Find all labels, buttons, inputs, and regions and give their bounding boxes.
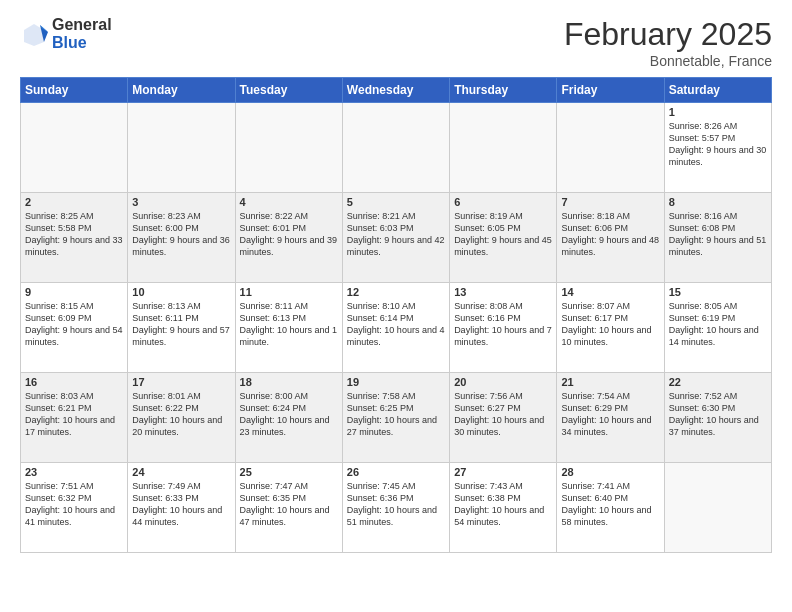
day-info: Sunrise: 7:49 AMSunset: 6:33 PMDaylight:… <box>132 480 230 529</box>
day-info: Sunrise: 8:26 AMSunset: 5:57 PMDaylight:… <box>669 120 767 169</box>
table-row: 8Sunrise: 8:16 AMSunset: 6:08 PMDaylight… <box>664 193 771 283</box>
day-number: 12 <box>347 286 445 298</box>
table-row: 18Sunrise: 8:00 AMSunset: 6:24 PMDayligh… <box>235 373 342 463</box>
day-number: 1 <box>669 106 767 118</box>
day-info: Sunrise: 8:07 AMSunset: 6:17 PMDaylight:… <box>561 300 659 349</box>
day-number: 14 <box>561 286 659 298</box>
table-row <box>128 103 235 193</box>
day-info: Sunrise: 8:08 AMSunset: 6:16 PMDaylight:… <box>454 300 552 349</box>
day-info: Sunrise: 8:16 AMSunset: 6:08 PMDaylight:… <box>669 210 767 259</box>
table-row: 16Sunrise: 8:03 AMSunset: 6:21 PMDayligh… <box>21 373 128 463</box>
day-info: Sunrise: 8:19 AMSunset: 6:05 PMDaylight:… <box>454 210 552 259</box>
location: Bonnetable, France <box>564 53 772 69</box>
month-title: February 2025 <box>564 16 772 53</box>
calendar-week-row: 9Sunrise: 8:15 AMSunset: 6:09 PMDaylight… <box>21 283 772 373</box>
day-number: 17 <box>132 376 230 388</box>
col-tuesday: Tuesday <box>235 78 342 103</box>
day-number: 20 <box>454 376 552 388</box>
calendar-header-row: Sunday Monday Tuesday Wednesday Thursday… <box>21 78 772 103</box>
table-row: 11Sunrise: 8:11 AMSunset: 6:13 PMDayligh… <box>235 283 342 373</box>
table-row: 12Sunrise: 8:10 AMSunset: 6:14 PMDayligh… <box>342 283 449 373</box>
logo-general-text: General <box>52 16 112 34</box>
day-number: 7 <box>561 196 659 208</box>
day-number: 21 <box>561 376 659 388</box>
calendar: Sunday Monday Tuesday Wednesday Thursday… <box>20 77 772 553</box>
day-info: Sunrise: 7:54 AMSunset: 6:29 PMDaylight:… <box>561 390 659 439</box>
table-row <box>450 103 557 193</box>
table-row <box>235 103 342 193</box>
table-row: 23Sunrise: 7:51 AMSunset: 6:32 PMDayligh… <box>21 463 128 553</box>
day-number: 24 <box>132 466 230 478</box>
table-row <box>557 103 664 193</box>
col-sunday: Sunday <box>21 78 128 103</box>
logo-text: General Blue <box>52 16 112 51</box>
table-row: 27Sunrise: 7:43 AMSunset: 6:38 PMDayligh… <box>450 463 557 553</box>
table-row: 20Sunrise: 7:56 AMSunset: 6:27 PMDayligh… <box>450 373 557 463</box>
day-number: 4 <box>240 196 338 208</box>
table-row <box>342 103 449 193</box>
table-row: 15Sunrise: 8:05 AMSunset: 6:19 PMDayligh… <box>664 283 771 373</box>
table-row: 19Sunrise: 7:58 AMSunset: 6:25 PMDayligh… <box>342 373 449 463</box>
day-info: Sunrise: 7:51 AMSunset: 6:32 PMDaylight:… <box>25 480 123 529</box>
day-number: 8 <box>669 196 767 208</box>
day-info: Sunrise: 8:01 AMSunset: 6:22 PMDaylight:… <box>132 390 230 439</box>
table-row: 10Sunrise: 8:13 AMSunset: 6:11 PMDayligh… <box>128 283 235 373</box>
day-number: 26 <box>347 466 445 478</box>
day-info: Sunrise: 7:47 AMSunset: 6:35 PMDaylight:… <box>240 480 338 529</box>
day-number: 25 <box>240 466 338 478</box>
table-row: 28Sunrise: 7:41 AMSunset: 6:40 PMDayligh… <box>557 463 664 553</box>
day-info: Sunrise: 8:10 AMSunset: 6:14 PMDaylight:… <box>347 300 445 349</box>
table-row: 9Sunrise: 8:15 AMSunset: 6:09 PMDaylight… <box>21 283 128 373</box>
table-row: 17Sunrise: 8:01 AMSunset: 6:22 PMDayligh… <box>128 373 235 463</box>
table-row: 6Sunrise: 8:19 AMSunset: 6:05 PMDaylight… <box>450 193 557 283</box>
table-row: 2Sunrise: 8:25 AMSunset: 5:58 PMDaylight… <box>21 193 128 283</box>
day-info: Sunrise: 8:22 AMSunset: 6:01 PMDaylight:… <box>240 210 338 259</box>
table-row: 22Sunrise: 7:52 AMSunset: 6:30 PMDayligh… <box>664 373 771 463</box>
table-row: 1Sunrise: 8:26 AMSunset: 5:57 PMDaylight… <box>664 103 771 193</box>
table-row <box>664 463 771 553</box>
col-monday: Monday <box>128 78 235 103</box>
day-number: 23 <box>25 466 123 478</box>
day-info: Sunrise: 8:21 AMSunset: 6:03 PMDaylight:… <box>347 210 445 259</box>
day-info: Sunrise: 8:13 AMSunset: 6:11 PMDaylight:… <box>132 300 230 349</box>
day-number: 3 <box>132 196 230 208</box>
day-number: 6 <box>454 196 552 208</box>
calendar-week-row: 16Sunrise: 8:03 AMSunset: 6:21 PMDayligh… <box>21 373 772 463</box>
day-info: Sunrise: 8:03 AMSunset: 6:21 PMDaylight:… <box>25 390 123 439</box>
day-info: Sunrise: 8:05 AMSunset: 6:19 PMDaylight:… <box>669 300 767 349</box>
day-number: 27 <box>454 466 552 478</box>
day-number: 28 <box>561 466 659 478</box>
table-row: 14Sunrise: 8:07 AMSunset: 6:17 PMDayligh… <box>557 283 664 373</box>
table-row: 25Sunrise: 7:47 AMSunset: 6:35 PMDayligh… <box>235 463 342 553</box>
day-number: 19 <box>347 376 445 388</box>
day-info: Sunrise: 8:23 AMSunset: 6:00 PMDaylight:… <box>132 210 230 259</box>
table-row: 5Sunrise: 8:21 AMSunset: 6:03 PMDaylight… <box>342 193 449 283</box>
day-number: 18 <box>240 376 338 388</box>
col-thursday: Thursday <box>450 78 557 103</box>
table-row: 21Sunrise: 7:54 AMSunset: 6:29 PMDayligh… <box>557 373 664 463</box>
day-number: 22 <box>669 376 767 388</box>
table-row: 7Sunrise: 8:18 AMSunset: 6:06 PMDaylight… <box>557 193 664 283</box>
day-number: 5 <box>347 196 445 208</box>
day-info: Sunrise: 7:43 AMSunset: 6:38 PMDaylight:… <box>454 480 552 529</box>
table-row: 3Sunrise: 8:23 AMSunset: 6:00 PMDaylight… <box>128 193 235 283</box>
col-friday: Friday <box>557 78 664 103</box>
day-number: 15 <box>669 286 767 298</box>
day-info: Sunrise: 7:41 AMSunset: 6:40 PMDaylight:… <box>561 480 659 529</box>
table-row: 13Sunrise: 8:08 AMSunset: 6:16 PMDayligh… <box>450 283 557 373</box>
day-info: Sunrise: 7:52 AMSunset: 6:30 PMDaylight:… <box>669 390 767 439</box>
day-number: 10 <box>132 286 230 298</box>
day-number: 11 <box>240 286 338 298</box>
calendar-week-row: 1Sunrise: 8:26 AMSunset: 5:57 PMDaylight… <box>21 103 772 193</box>
title-area: February 2025 Bonnetable, France <box>564 16 772 69</box>
day-info: Sunrise: 8:11 AMSunset: 6:13 PMDaylight:… <box>240 300 338 349</box>
calendar-week-row: 23Sunrise: 7:51 AMSunset: 6:32 PMDayligh… <box>21 463 772 553</box>
day-number: 2 <box>25 196 123 208</box>
table-row: 4Sunrise: 8:22 AMSunset: 6:01 PMDaylight… <box>235 193 342 283</box>
table-row: 24Sunrise: 7:49 AMSunset: 6:33 PMDayligh… <box>128 463 235 553</box>
logo-blue-text: Blue <box>52 34 112 52</box>
day-info: Sunrise: 8:25 AMSunset: 5:58 PMDaylight:… <box>25 210 123 259</box>
day-info: Sunrise: 8:15 AMSunset: 6:09 PMDaylight:… <box>25 300 123 349</box>
day-info: Sunrise: 7:56 AMSunset: 6:27 PMDaylight:… <box>454 390 552 439</box>
table-row <box>21 103 128 193</box>
